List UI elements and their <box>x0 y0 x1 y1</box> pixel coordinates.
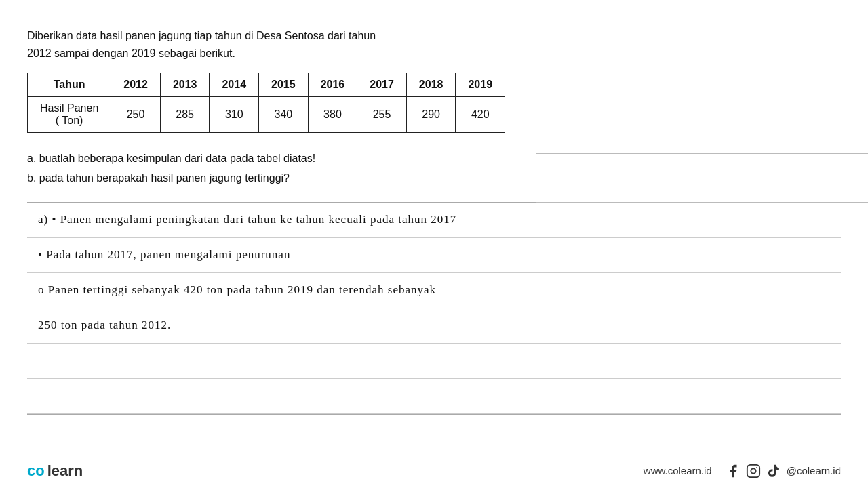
table-val-2019: 420 <box>456 97 505 133</box>
table-val-2018: 290 <box>406 97 456 133</box>
table-year-2016: 2016 <box>308 73 357 97</box>
svg-rect-0 <box>747 464 760 476</box>
table-header-label: Tahun <box>28 73 111 97</box>
intro-paragraph: Diberikan data hasil panen jagung tiap t… <box>27 27 841 62</box>
svg-point-2 <box>756 467 757 468</box>
table-val-2017: 255 <box>357 97 407 133</box>
table-val-2014: 310 <box>210 97 259 133</box>
answer-line-3: o Panen tertinggi sebanyak 420 ton pada … <box>27 273 841 308</box>
answer-section: a) • Panen mengalami peningkatan dari ta… <box>27 202 841 415</box>
intro-line1: Diberikan data hasil panen jagung tiap t… <box>27 30 376 41</box>
instagram-icon <box>746 464 761 479</box>
table-val-2015: 340 <box>259 97 309 133</box>
tiktok-icon <box>766 464 781 479</box>
table-val-2013: 285 <box>160 97 210 133</box>
social-handle: @colearn.id <box>787 465 841 476</box>
logo-co: co <box>27 462 45 480</box>
svg-point-1 <box>751 468 755 473</box>
answer-line-1: a) • Panen mengalami peningkatan dari ta… <box>27 203 841 238</box>
blank-line-1 <box>27 344 841 379</box>
right-line-2 <box>536 129 868 154</box>
footer: co learn www.colearn.id <box>0 453 868 488</box>
footer-right: www.colearn.id @c <box>644 464 841 479</box>
table-year-2015: 2015 <box>259 73 309 97</box>
table-year-2019: 2019 <box>456 73 505 97</box>
harvest-table: Tahun 2012 2013 2014 2015 2016 2017 2018… <box>27 73 505 133</box>
right-line-1 <box>536 105 868 129</box>
blank-line-2 <box>27 379 841 414</box>
answer-line-2: • Pada tahun 2017, panen mengalami penur… <box>27 238 841 273</box>
answer-line-4: 250 ton pada tahun 2012. <box>27 308 841 344</box>
right-line-4 <box>536 178 868 203</box>
footer-social: @colearn.id <box>726 464 841 479</box>
table-year-2012: 2012 <box>111 73 161 97</box>
facebook-icon <box>726 464 741 479</box>
table-year-2014: 2014 <box>210 73 259 97</box>
intro-line2: 2012 sampai dengan 2019 sebagai berikut. <box>27 47 235 59</box>
footer-url: www.colearn.id <box>644 465 712 476</box>
footer-logo: co learn <box>27 462 83 480</box>
table-row-label: Hasil Panen( Ton) <box>28 97 111 133</box>
table-val-2012: 250 <box>111 97 161 133</box>
table-val-2016: 380 <box>308 97 357 133</box>
table-year-2018: 2018 <box>406 73 456 97</box>
logo-learn: learn <box>47 462 83 480</box>
right-line-3 <box>536 154 868 178</box>
table-year-2013: 2013 <box>160 73 210 97</box>
table-year-2017: 2017 <box>357 73 407 97</box>
right-lines-panel <box>536 105 868 203</box>
